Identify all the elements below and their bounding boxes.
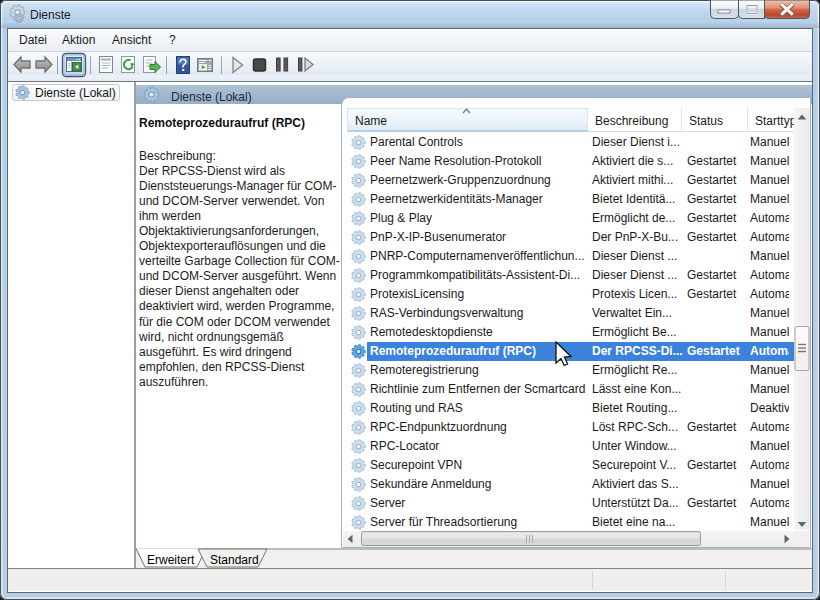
svg-text:Standard: Standard — [210, 553, 259, 567]
svg-text:Erweitert: Erweitert — [147, 553, 195, 567]
